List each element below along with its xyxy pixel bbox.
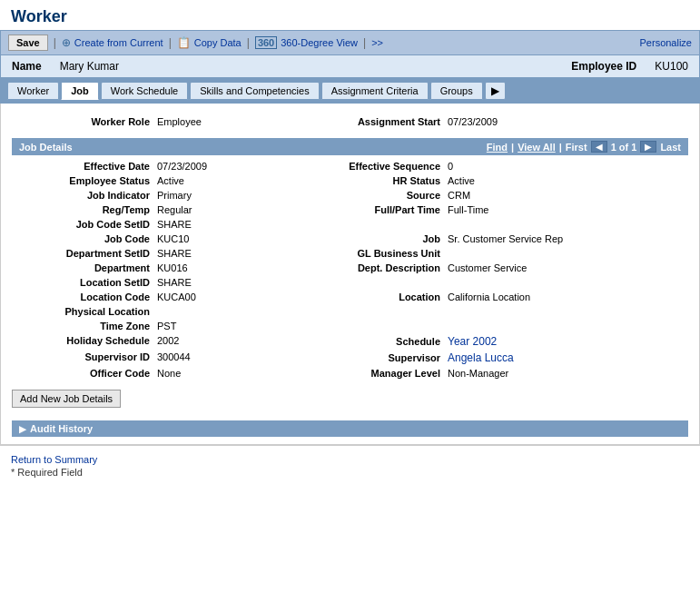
field-left-12: Holiday Schedule 2002 (12, 333, 302, 350)
tab-assignment[interactable]: Assignment Criteria (321, 82, 429, 100)
field-right-12: Schedule Year 2002 (302, 333, 497, 350)
label-full-part: Full/Part Time (302, 204, 448, 215)
save-button[interactable]: Save (8, 35, 48, 51)
audit-history-header[interactable]: ▶ Audit History (12, 420, 688, 437)
name-value: Mary Kumar (60, 60, 119, 73)
page-title: Worker (0, 0, 700, 30)
assignment-start-right: Assignment Start 07/23/2009 (302, 114, 593, 129)
field-right-11 (302, 319, 593, 333)
label-gl-bu: GL Business Unit (302, 248, 448, 259)
degree-view-link[interactable]: 360-Degree View (281, 37, 358, 48)
value-timezone: PST (157, 321, 302, 331)
copy-data-link[interactable]: Copy Data (194, 37, 242, 48)
label-job: Job (302, 233, 448, 244)
view-all-link[interactable]: View All (518, 142, 556, 153)
create-from-current-link[interactable]: Create from Current (74, 37, 163, 48)
field-left-3: Reg/Temp Regular (12, 203, 302, 217)
toolbar-separator-1: | (54, 36, 56, 49)
value-full-part: Full-Time (448, 204, 593, 215)
field-row-13: Supervisor ID 300044 Supervisor Angela L… (12, 350, 688, 366)
value-job-indicator: Primary (157, 190, 302, 201)
value-schedule[interactable]: Year 2002 (448, 335, 497, 348)
label-dept-setid: Department SetID (12, 248, 157, 259)
value-supervisor[interactable]: Angela Lucca (448, 351, 514, 364)
field-row-7: Department KU016 Dept. Description Custo… (12, 261, 688, 275)
prev-button[interactable]: ◀ (591, 141, 607, 153)
value-supervisor-id: 300044 (157, 351, 302, 362)
personalize-link[interactable]: Personalize (640, 37, 692, 48)
nav-controls: Find | View All | First ◀ 1 of 1 ▶ Last (487, 141, 681, 153)
tab-worker[interactable]: Worker (7, 82, 59, 100)
value-effective-date: 07/23/2009 (157, 161, 302, 172)
toolbar: Save | ⊕ Create from Current | 📋 Copy Da… (0, 30, 700, 55)
field-left-2: Job Indicator Primary (12, 188, 302, 203)
field-row-14: Officer Code None Manager Level Non-Mana… (12, 366, 688, 381)
worker-role-row: Worker Role Employee Assignment Start 07… (12, 111, 688, 133)
label-supervisor: Supervisor (302, 352, 448, 363)
value-location: California Location (448, 292, 593, 302)
field-left-7: Department KU016 (12, 261, 302, 275)
field-right-8 (302, 275, 593, 290)
label-phys-loc: Physical Location (12, 306, 157, 317)
field-left-8: Location SetID SHARE (12, 275, 302, 290)
field-right-13: Supervisor Angela Lucca (302, 350, 514, 366)
field-right-0: Effective Sequence 0 (302, 159, 593, 173)
value-effective-seq: 0 (448, 161, 593, 172)
field-row-12: Holiday Schedule 2002 Schedule Year 2002 (12, 333, 688, 350)
bottom-links: Return to Summary * Required Field (0, 445, 700, 486)
field-row-9: Location Code KUCA00 Location California… (12, 290, 688, 304)
field-right-3: Full/Part Time Full-Time (302, 203, 593, 217)
field-left-14: Officer Code None (12, 366, 302, 381)
add-job-details-button[interactable]: Add New Job Details (12, 390, 121, 408)
field-left-1: Employee Status Active (12, 173, 302, 188)
tab-work-schedule[interactable]: Work Schedule (101, 82, 188, 100)
label-officer-code: Officer Code (12, 368, 157, 379)
assignment-start-value: 07/23/2009 (448, 116, 593, 127)
label-manager-level: Manager Level (302, 368, 448, 379)
value-job-code-setid: SHARE (157, 219, 302, 230)
tab-arrow[interactable]: ▶ (485, 82, 506, 100)
field-row-2: Job Indicator Primary Source CRM (12, 188, 688, 203)
label-loc-code: Location Code (12, 292, 157, 302)
field-left-0: Effective Date 07/23/2009 (12, 159, 302, 173)
job-fields: Effective Date 07/23/2009 Effective Sequ… (12, 159, 688, 381)
label-job-code: Job Code (12, 233, 157, 244)
audit-triangle-icon: ▶ (19, 424, 26, 434)
tabs-bar: Worker Job Work Schedule Skills and Comp… (0, 78, 700, 104)
label-loc-setid: Location SetID (12, 277, 157, 288)
field-right-7: Dept. Description Customer Service (302, 261, 593, 275)
value-dept-desc: Customer Service (448, 262, 593, 273)
label-hr-status: HR Status (302, 175, 448, 186)
field-row-6: Department SetID SHARE GL Business Unit (12, 246, 688, 261)
toolbar-separator-4: | (363, 36, 366, 49)
value-manager-level: Non-Manager (448, 368, 593, 379)
nav-sep-2: | (559, 142, 562, 153)
tab-job[interactable]: Job (61, 82, 99, 100)
field-left-9: Location Code KUCA00 (12, 290, 302, 304)
value-dept-setid: SHARE (157, 248, 302, 259)
tab-skills[interactable]: Skills and Competencies (190, 82, 319, 100)
label-location: Location (302, 292, 448, 302)
value-hr-status: Active (448, 175, 593, 186)
employee-id-label: Employee ID (571, 60, 636, 73)
field-row-5: Job Code KUC10 Job Sr. Customer Service … (12, 232, 688, 246)
value-holiday: 2002 (157, 335, 302, 346)
find-link[interactable]: Find (487, 142, 508, 153)
return-to-summary-link[interactable]: Return to Summary (11, 454, 97, 465)
next-button[interactable]: ▶ (640, 141, 656, 153)
tab-groups[interactable]: Groups (430, 82, 483, 100)
degree-view-icon: 360 (255, 36, 277, 49)
value-job-code: KUC10 (157, 233, 302, 244)
field-row-11: Time Zone PST (12, 319, 688, 333)
field-row-1: Employee Status Active HR Status Active (12, 173, 688, 188)
more-link[interactable]: >> (371, 37, 383, 48)
label-dept-desc: Dept. Description (302, 262, 448, 273)
name-label: Name (12, 60, 42, 73)
name-row: Name Mary Kumar Employee ID KU100 (0, 55, 700, 78)
field-left-6: Department SetID SHARE (12, 246, 302, 261)
label-supervisor-id: Supervisor ID (12, 351, 157, 362)
value-dept: KU016 (157, 262, 302, 273)
label-holiday: Holiday Schedule (12, 335, 157, 346)
label-effective-date: Effective Date (12, 161, 157, 172)
nav-sep-1: | (511, 142, 514, 153)
